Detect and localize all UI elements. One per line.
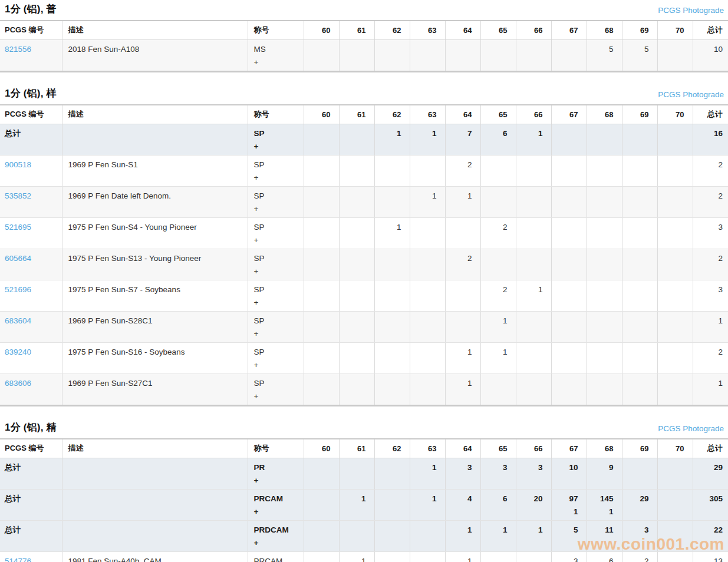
pcgs-number-link[interactable]: 535852 — [5, 191, 31, 200]
cell-line-plus — [693, 266, 723, 277]
cell-line-plus — [516, 360, 543, 371]
pcgs-number-link[interactable]: 839240 — [5, 348, 31, 356]
cell-line-main — [552, 128, 578, 139]
cell-line-main — [304, 525, 331, 535]
cell-line-plus — [375, 391, 401, 402]
cell-line-main — [304, 191, 331, 201]
cell-line-main: PRDCAM — [254, 525, 298, 535]
grade-cell — [657, 124, 693, 156]
pcgs-number-link[interactable]: 900518 — [5, 160, 31, 169]
cell-line-plus — [375, 507, 401, 517]
grade-cell — [304, 312, 339, 343]
cell-line-main — [410, 44, 437, 55]
cell-line-main — [658, 128, 684, 139]
cell-line-plus — [552, 204, 578, 214]
cell-line-main: 1969 P Fen Sun-S1 — [68, 160, 242, 170]
cell-line-plus — [587, 235, 614, 246]
pcgs-number-link[interactable]: 683606 — [5, 379, 31, 388]
cell-line-plus — [658, 391, 684, 402]
grade-cell — [622, 124, 657, 156]
cell-line-main: 1 — [340, 494, 366, 504]
cell-line-plus — [552, 266, 578, 277]
grade-cell — [516, 187, 551, 218]
pcgs-number-link[interactable]: 821556 — [5, 45, 31, 54]
cell-line-main: 1 — [693, 378, 723, 389]
designation-cell: SP+ — [248, 312, 304, 343]
cell-line-plus — [375, 538, 401, 548]
cell-line-plus — [658, 329, 684, 339]
grade-cell: 1 — [480, 312, 516, 343]
cell-line-main — [340, 253, 366, 264]
grade-cell — [587, 156, 622, 187]
cell-line-main — [375, 494, 401, 504]
grade-cell — [304, 187, 339, 218]
cell-line-plus — [5, 538, 56, 548]
cell-line-plus — [446, 507, 472, 517]
grade-cell — [339, 249, 374, 280]
cell-line-main: 29 — [622, 494, 649, 504]
section-header: 1分 (铝), 精 PCGS Photograde — [0, 418, 728, 438]
cell-line-main — [658, 316, 684, 326]
cell-line-plus — [622, 57, 649, 68]
grade-cell: 5 — [587, 40, 622, 72]
pcgs-number-cell: 514776 — [0, 552, 62, 562]
cell-line-main — [622, 128, 649, 139]
pcgs-photograde-link[interactable]: PCGS Photograde — [658, 90, 724, 100]
grade-column-header: 69 — [622, 439, 657, 458]
cell-line-main — [587, 253, 614, 264]
cell-line-plus — [375, 297, 401, 308]
grade-cell — [410, 374, 445, 406]
designation-cell: SP+ — [248, 187, 304, 218]
cell-line-main — [340, 378, 366, 389]
cell-line-plus — [481, 297, 508, 308]
table-row: 8215562018 Fen Sun-A108MS+5510 — [0, 40, 728, 72]
cell-line-plus: + — [254, 235, 298, 246]
total-cell: 2 — [693, 187, 728, 218]
cell-line-plus — [375, 173, 401, 183]
cell-line-plus — [410, 329, 437, 339]
table-header-row: PCGS 编号描述称号6061626364656667686970总计 — [0, 105, 728, 124]
pcgs-number-cell: 683606 — [0, 374, 62, 406]
pcgs-photograde-link[interactable]: PCGS Photograde — [658, 424, 724, 434]
grade-cell: 1 — [339, 552, 374, 562]
pcgs-number-link[interactable]: 521696 — [5, 285, 31, 294]
cell-line-main — [375, 191, 401, 201]
cell-line-main — [622, 191, 649, 201]
pcgs-photograde-link[interactable]: PCGS Photograde — [658, 5, 724, 16]
table-row: 5216951975 P Fen Sun-S4 - Young PioneerS… — [0, 218, 728, 249]
grade-cell: 5 — [551, 521, 587, 552]
pcgs-number-link[interactable]: 605664 — [5, 254, 31, 263]
description-cell: 1975 P Fen Sun-S7 - Soybeans — [62, 280, 248, 312]
grade-cell — [339, 124, 374, 156]
pcgs-number-link[interactable]: 683604 — [5, 316, 31, 325]
grade-cell: 1 — [445, 552, 480, 562]
grade-cell — [657, 521, 693, 552]
cell-line-main — [552, 253, 578, 264]
grade-cell — [374, 156, 410, 187]
pcgs-number-link[interactable]: 514776 — [5, 557, 31, 562]
cell-line-main: 145 — [587, 494, 614, 504]
cell-line-main — [375, 316, 401, 326]
cell-line-main: SP — [254, 347, 298, 358]
cell-line-plus — [552, 57, 578, 68]
grade-cell — [374, 343, 410, 374]
cell-line-plus — [552, 297, 578, 308]
cell-line-main: 1 — [693, 316, 723, 326]
column-header-designation: 称号 — [248, 21, 304, 40]
cell-line-plus — [446, 173, 472, 183]
designation-cell: PRCAM+ — [248, 490, 304, 521]
cell-line-main — [622, 253, 649, 264]
cell-line-main: 1 — [516, 525, 543, 535]
grade-column-header: 61 — [339, 439, 374, 458]
table-row: 5358521969 P Fen Date left Denom.SP+112 — [0, 187, 728, 218]
grade-column-header: 65 — [480, 105, 516, 124]
cell-line-main — [68, 128, 242, 139]
grade-cell — [339, 312, 374, 343]
grade-cell — [374, 552, 410, 562]
section-regular-strike: 1分 (铝), 普 PCGS Photograde PCGS 编号描述称号606… — [0, 0, 728, 72]
pcgs-number-link[interactable]: 521695 — [5, 223, 31, 232]
cell-line-main: 2 — [693, 191, 723, 201]
cell-line-plus — [516, 141, 543, 152]
cell-line-plus — [693, 507, 723, 517]
cell-line-main: 1975 P Fen Sun-S4 - Young Pioneer — [68, 222, 242, 233]
